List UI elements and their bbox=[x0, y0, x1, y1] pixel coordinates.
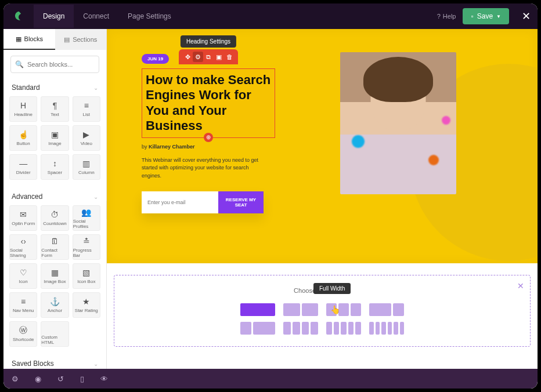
layout-full-width[interactable] bbox=[240, 303, 275, 316]
hero-left: JUN 19 Heading Settings ✥ ⚙ ⧉ ▣ 🗑 bbox=[142, 52, 275, 213]
help-link[interactable]: ? Help bbox=[437, 13, 456, 20]
block-star-rating[interactable]: ★Star Rating bbox=[73, 292, 100, 318]
canvas-area[interactable]: JUN 19 Heading Settings ✥ ⚙ ⧉ ▣ 🗑 bbox=[107, 29, 538, 369]
heading-tooltip: Heading Settings bbox=[181, 35, 236, 48]
history-icon[interactable]: ↺ bbox=[57, 375, 64, 383]
block-countdown[interactable]: ⏱Countdown bbox=[41, 205, 68, 231]
delete-icon[interactable]: 🗑 bbox=[224, 52, 235, 62]
block-custom-html[interactable]: Custom HTML bbox=[41, 321, 68, 347]
block-icon: 🗓 bbox=[51, 237, 59, 246]
date-badge[interactable]: JUN 19 bbox=[142, 54, 169, 64]
nav-design[interactable]: Design bbox=[34, 5, 74, 28]
advanced-grid: ✉Optin Form⏱Countdown👥Social Profiles‹›S… bbox=[9, 205, 100, 347]
layout-2-1[interactable] bbox=[240, 322, 275, 335]
sections-icon: ▤ bbox=[64, 36, 70, 43]
block-icon: ≡ bbox=[84, 101, 89, 110]
block-divider[interactable]: —Divider bbox=[9, 154, 37, 180]
app-logo[interactable] bbox=[10, 8, 27, 24]
hero-description[interactable]: This Webinar will cover everything you n… bbox=[142, 157, 264, 180]
block-progress-bar[interactable]: ≛Progress Bar bbox=[73, 234, 100, 260]
block-label: Text bbox=[51, 112, 59, 117]
tab-blocks[interactable]: ▦ Blocks bbox=[3, 29, 55, 50]
author-line[interactable]: by Killarney Chamber bbox=[142, 144, 275, 150]
clone-icon[interactable]: ⧉ bbox=[203, 52, 214, 62]
block-label: Star Rating bbox=[75, 308, 98, 313]
device-icon[interactable]: ▯ bbox=[80, 375, 84, 383]
copy-icon[interactable]: ▣ bbox=[214, 52, 224, 62]
section-advanced-head[interactable]: Advanced ⌄ bbox=[9, 188, 100, 205]
block-label: Custom HTML bbox=[41, 335, 68, 345]
nav-page-settings[interactable]: Page Settings bbox=[118, 5, 181, 28]
app-frame: Design Connect Page Settings ? Help ▫ Sa… bbox=[3, 3, 538, 389]
block-label: Button bbox=[17, 141, 30, 146]
save-button[interactable]: ▫ Save ▼ bbox=[463, 8, 509, 24]
block-contact-form[interactable]: 🗓Contact Form bbox=[41, 234, 68, 260]
question-icon: ? bbox=[437, 13, 441, 20]
block-social-profiles[interactable]: 👥Social Profiles bbox=[73, 205, 100, 231]
layout-two-col[interactable] bbox=[283, 303, 318, 316]
block-headline[interactable]: HHeadline bbox=[9, 96, 37, 122]
section-standard-head[interactable]: Standard ⌄ bbox=[9, 79, 100, 96]
layout-six-col[interactable] bbox=[369, 322, 404, 335]
block-image-box[interactable]: ▦Image Box bbox=[41, 263, 68, 289]
block-icon: ▧ bbox=[82, 268, 90, 277]
block-text[interactable]: ¶Text bbox=[41, 96, 68, 122]
sidebar-scroll[interactable]: Standard ⌄ HHeadline¶Text≡List☝Button▣Im… bbox=[3, 79, 106, 369]
section-saved-head[interactable]: Saved Blocks ⌄ bbox=[9, 355, 100, 369]
tab-sections[interactable]: ▤ Sections bbox=[55, 29, 107, 50]
block-list[interactable]: ≡List bbox=[73, 96, 100, 122]
block-icon: ♡ bbox=[20, 268, 27, 277]
hero-image[interactable] bbox=[340, 52, 456, 194]
block-label: Anchor bbox=[48, 308, 62, 313]
block-label: Image Box bbox=[44, 279, 66, 284]
gear-icon[interactable]: ⚙ bbox=[193, 52, 203, 62]
nav-connect[interactable]: Connect bbox=[74, 5, 118, 28]
block-label: Divider bbox=[16, 170, 31, 175]
block-video[interactable]: ▶Video bbox=[73, 125, 100, 151]
block-icon: ▶ bbox=[83, 130, 89, 139]
email-field[interactable] bbox=[142, 191, 218, 213]
block-label: Shortcode bbox=[13, 337, 34, 342]
block-image[interactable]: ▣Image bbox=[41, 125, 68, 151]
block-label: Image bbox=[48, 141, 61, 146]
block-label: Social Profiles bbox=[73, 219, 100, 229]
eye-icon[interactable]: 👁 bbox=[100, 375, 108, 383]
block-icon: ↕ bbox=[53, 159, 57, 168]
block-optin-form[interactable]: ✉Optin Form bbox=[9, 205, 37, 231]
close-icon[interactable]: ✕ bbox=[517, 281, 524, 291]
block-label: Headline bbox=[14, 112, 33, 117]
block-label: Spacer bbox=[48, 170, 62, 175]
blocks-icon: ▦ bbox=[16, 35, 21, 43]
heading-text[interactable]: How to make Search Engines Work for You … bbox=[146, 72, 271, 134]
layout-five-col[interactable] bbox=[326, 322, 361, 335]
block-column[interactable]: ▥Column bbox=[73, 154, 100, 180]
move-icon[interactable]: ✥ bbox=[182, 52, 193, 62]
decoration-blob bbox=[442, 116, 450, 125]
block-icon: — bbox=[19, 159, 27, 168]
hero-section[interactable]: JUN 19 Heading Settings ✥ ⚙ ⧉ ▣ 🗑 bbox=[107, 29, 538, 263]
block-spacer[interactable]: ↕Spacer bbox=[41, 154, 68, 180]
block-nav-menu[interactable]: ≡Nav Menu bbox=[9, 292, 37, 318]
close-icon[interactable]: ✕ bbox=[522, 10, 531, 23]
layout-four-col[interactable] bbox=[283, 322, 318, 335]
block-shortcode[interactable]: ⓦShortcode bbox=[9, 321, 37, 347]
decoration-blob bbox=[352, 135, 365, 148]
block-label: Contact Form bbox=[41, 248, 68, 258]
reserve-button[interactable]: RESERVE MY SEAT bbox=[218, 191, 264, 213]
block-social-sharing[interactable]: ‹›Social Sharing bbox=[9, 234, 37, 260]
layout-1-2[interactable] bbox=[369, 303, 404, 316]
block-icon[interactable]: ♡Icon bbox=[9, 263, 37, 289]
chevron-down-icon: ⌄ bbox=[93, 361, 98, 367]
globe-icon[interactable]: ◉ bbox=[35, 375, 41, 383]
add-block-below[interactable]: ⊕ bbox=[204, 133, 213, 142]
bottom-tray: ⚙ ◉ ↺ ▯ 👁 bbox=[3, 369, 538, 389]
block-button[interactable]: ☝Button bbox=[9, 125, 37, 151]
heading-block-selected[interactable]: Heading Settings ✥ ⚙ ⧉ ▣ 🗑 How bbox=[142, 68, 275, 138]
gear-icon[interactable]: ⚙ bbox=[12, 375, 19, 383]
block-anchor[interactable]: ⚓Anchor bbox=[41, 292, 68, 318]
block-label: Nav Menu bbox=[13, 308, 34, 313]
block-icon-box[interactable]: ▧Icon Box bbox=[73, 263, 100, 289]
below-section[interactable]: Simple & Convenient See how it works bbox=[107, 358, 538, 369]
sidebar: ▦ Blocks ▤ Sections 🔍 Standard ⌄ bbox=[3, 29, 107, 369]
block-label: List bbox=[83, 112, 90, 117]
